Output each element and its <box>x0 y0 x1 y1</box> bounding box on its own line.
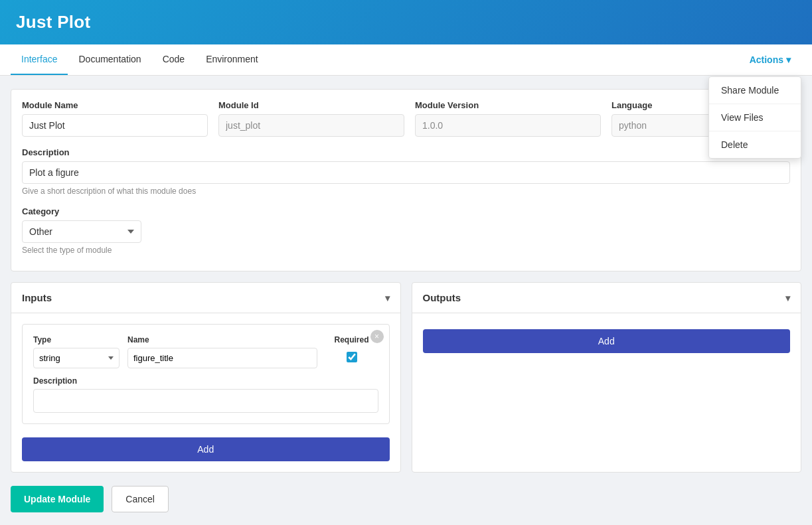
type-select[interactable]: string integer float boolean list dict <box>33 348 120 368</box>
outputs-panel-header: Outputs ▾ <box>412 283 801 313</box>
module-version-label: Module Version <box>415 100 601 110</box>
description-section: Description Give a short description of … <box>22 147 790 196</box>
input-desc-group: Description <box>33 376 378 413</box>
description-hint: Give a short description of what this mo… <box>22 187 790 196</box>
footer-buttons: Update Module Cancel <box>11 486 801 512</box>
app-title: Just Plot <box>16 12 91 32</box>
type-group: Type string integer float boolean list d… <box>33 335 120 368</box>
module-id-group: Module Id <box>218 100 404 137</box>
input-desc-input[interactable] <box>33 389 378 413</box>
actions-label: Actions <box>750 54 783 65</box>
input-card: × Type string integer float boolean list <box>22 324 390 424</box>
dropdown-item-share[interactable]: Share Module <box>709 77 801 104</box>
module-fields-card: Module Name Module Id Module Version Lan… <box>11 89 801 271</box>
outputs-panel: Outputs ▾ Add <box>412 282 802 473</box>
type-label: Type <box>33 335 120 344</box>
nav-item-interface[interactable]: Interface <box>11 44 68 75</box>
cancel-button[interactable]: Cancel <box>112 486 169 512</box>
app-header: Just Plot <box>0 0 812 44</box>
module-id-label: Module Id <box>218 100 404 110</box>
update-module-button[interactable]: Update Module <box>11 486 104 512</box>
description-input[interactable] <box>22 161 790 184</box>
nav-item-documentation[interactable]: Documentation <box>68 44 151 75</box>
input-fields-row: Type string integer float boolean list d… <box>33 335 378 368</box>
module-name-label: Module Name <box>22 100 208 110</box>
module-fields-row: Module Name Module Id Module Version Lan… <box>22 100 790 137</box>
actions-button[interactable]: Actions ▾ <box>739 45 801 74</box>
required-group: Required <box>325 335 378 364</box>
chevron-down-icon: ▾ <box>786 54 791 65</box>
main-content: Module Name Module Id Module Version Lan… <box>0 76 812 525</box>
name-input[interactable] <box>127 348 317 368</box>
category-hint: Select the type of module <box>22 246 790 255</box>
io-row: Inputs ▾ × Type string integer <box>11 282 801 473</box>
outputs-chevron-icon[interactable]: ▾ <box>785 293 790 303</box>
inputs-chevron-icon[interactable]: ▾ <box>385 293 390 303</box>
name-group: Name <box>127 335 317 368</box>
module-version-group: Module Version <box>415 100 601 137</box>
category-label: Category <box>22 206 790 216</box>
inputs-panel-header: Inputs ▾ <box>11 283 400 313</box>
category-select[interactable]: Other Data Science Machine Learning Visu… <box>22 220 141 243</box>
category-section: Category Other Data Science Machine Lear… <box>22 206 790 255</box>
module-version-input[interactable] <box>415 114 601 137</box>
module-name-group: Module Name <box>22 100 208 137</box>
outputs-panel-title: Outputs <box>423 292 461 303</box>
inputs-panel-title: Inputs <box>22 292 52 303</box>
module-name-input[interactable] <box>22 114 208 137</box>
name-label: Name <box>127 335 317 344</box>
required-checkbox[interactable] <box>347 352 357 362</box>
dropdown-item-view-files[interactable]: View Files <box>709 104 801 131</box>
inputs-panel-body: × Type string integer float boolean list <box>11 313 400 472</box>
inputs-panel: Inputs ▾ × Type string integer <box>11 282 401 473</box>
nav-item-code[interactable]: Code <box>152 44 195 75</box>
outputs-add-button[interactable]: Add <box>423 329 791 353</box>
description-label: Description <box>22 147 790 157</box>
module-id-input[interactable] <box>218 114 404 137</box>
nav-items: Interface Documentation Code Environment <box>11 44 269 75</box>
nav-item-environment[interactable]: Environment <box>195 44 269 75</box>
outputs-panel-body: Add <box>412 313 801 364</box>
dropdown-item-delete[interactable]: Delete <box>709 131 801 158</box>
actions-dropdown: Share Module View Files Delete <box>708 76 801 159</box>
navbar: Interface Documentation Code Environment… <box>0 44 812 76</box>
input-desc-label: Description <box>33 376 378 386</box>
close-icon: × <box>374 333 379 340</box>
close-input-button[interactable]: × <box>370 330 384 343</box>
inputs-add-button[interactable]: Add <box>22 437 390 461</box>
